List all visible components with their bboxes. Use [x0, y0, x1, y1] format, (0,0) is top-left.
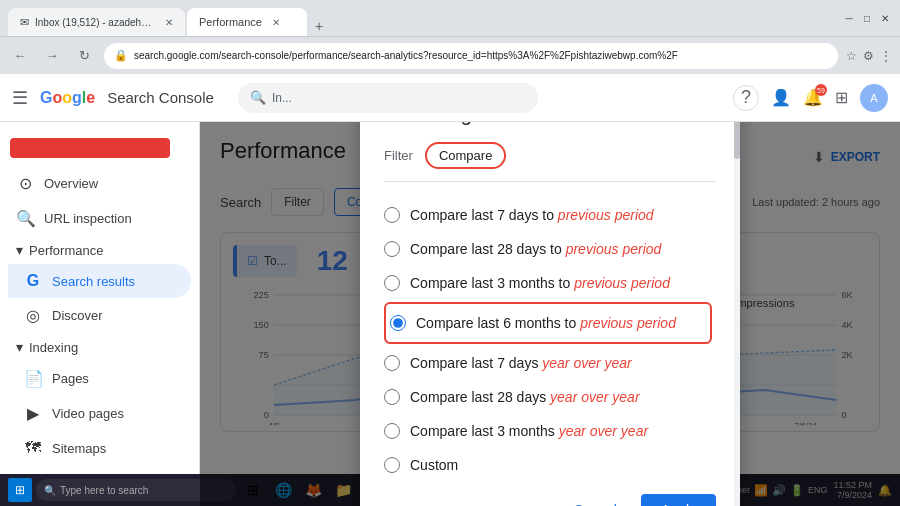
browser-tabs: ✉ Inbox (19,512) - azadeheses@... ✕ Perf… [8, 0, 329, 36]
sidebar-item-url-inspection-label: URL inspection [44, 211, 132, 226]
notification-badge: 59 [815, 84, 827, 96]
header-search[interactable]: 🔍 In... [238, 83, 538, 113]
compare-badge: Compare [425, 142, 506, 169]
lock-icon: 🔒 [114, 49, 128, 62]
back-button[interactable]: ← [8, 44, 32, 68]
google-logo: Google [40, 89, 95, 107]
hamburger-menu[interactable]: ☰ [12, 87, 28, 109]
modal-overlay: Date range Filter Compare Compare last 7… [200, 122, 900, 506]
tab-performance-label: Performance [199, 16, 262, 28]
sidebar-item-overview-label: Overview [44, 176, 98, 191]
scrollbar-track [734, 122, 740, 506]
browser-chrome: ✉ Inbox (19,512) - azadeheses@... ✕ Perf… [0, 0, 900, 36]
sidebar-section-performance[interactable]: ▾ Performance [0, 236, 199, 264]
app-container: ☰ Google Search Console 🔍 In... ? 👤 🔔 59… [0, 74, 900, 506]
start-button[interactable]: ⊞ [8, 478, 32, 502]
radio-6months-prev[interactable] [390, 315, 406, 331]
radio-custom[interactable] [384, 457, 400, 473]
scrollbar-thumb[interactable] [734, 122, 740, 159]
address-text: search.google.com/search-console/perform… [134, 50, 828, 61]
maximize-button[interactable]: □ [860, 11, 874, 25]
performance-section-icon: ▾ [16, 242, 23, 258]
option-7days-prev[interactable]: Compare last 7 days to previous period [384, 198, 712, 232]
sidebar-item-search-results[interactable]: G Search results [8, 264, 191, 298]
avatar[interactable]: A [860, 84, 888, 112]
option-7days-yoy-text: Compare last 7 days year over year [410, 355, 632, 371]
sidebar-item-pages-label: Pages [52, 371, 89, 386]
option-3months-prev-text: Compare last 3 months to previous period [410, 275, 670, 291]
new-tab-button[interactable]: + [309, 16, 329, 36]
close-button[interactable]: ✕ [878, 11, 892, 25]
sidebar-item-search-results-label: Search results [52, 274, 135, 289]
pages-icon: 📄 [24, 369, 42, 388]
help-icon[interactable]: ? [733, 85, 759, 111]
grid-icon[interactable]: ⊞ [835, 88, 848, 107]
people-icon[interactable]: 👤 [771, 88, 791, 107]
sidebar: ⊙ Overview 🔍 URL inspection ▾ Performanc… [0, 122, 200, 506]
sidebar-section-performance-label: Performance [29, 243, 103, 258]
video-pages-icon: ▶ [24, 404, 42, 423]
app-title: Search Console [107, 89, 214, 106]
address-bar[interactable]: 🔒 search.google.com/search-console/perfo… [104, 43, 838, 69]
sidebar-section-indexing[interactable]: ▾ Indexing [0, 333, 199, 361]
header-icons: ? 👤 🔔 59 ⊞ A [733, 84, 888, 112]
property-selector[interactable] [0, 130, 199, 166]
tab-gmail-label: Inbox (19,512) - azadeheses@... [35, 17, 155, 28]
date-range-dialog: Date range Filter Compare Compare last 7… [360, 122, 740, 506]
sitemaps-icon: 🗺 [24, 439, 42, 457]
option-28days-yoy-text: Compare last 28 days year over year [410, 389, 640, 405]
url-inspection-icon: 🔍 [16, 209, 34, 228]
tab-gmail-icon: ✉ [20, 16, 29, 29]
forward-button[interactable]: → [40, 44, 64, 68]
radio-3months-yoy[interactable] [384, 423, 400, 439]
radio-28days-yoy[interactable] [384, 389, 400, 405]
sidebar-item-pages[interactable]: 📄 Pages [8, 361, 191, 396]
option-3months-yoy[interactable]: Compare last 3 months year over year [384, 414, 712, 448]
search-results-icon: G [24, 272, 42, 290]
sidebar-item-discover-label: Discover [52, 308, 103, 323]
address-icons: ☆ ⚙ ⋮ [846, 49, 892, 63]
tab-gmail-close[interactable]: ✕ [165, 17, 173, 28]
dialog-footer: All dates recorded in PT. Cancel Apply [384, 494, 716, 507]
main-content: Performance ⬇ EXPORT Search Filter Compa… [200, 122, 900, 506]
dialog-title: Date range [384, 122, 716, 126]
sidebar-item-url-inspection[interactable]: 🔍 URL inspection [0, 201, 191, 236]
extensions-icon[interactable]: ⚙ [863, 49, 874, 63]
option-7days-yoy[interactable]: Compare last 7 days year over year [384, 346, 712, 380]
option-28days-yoy[interactable]: Compare last 28 days year over year [384, 380, 712, 414]
minimize-button[interactable]: ─ [842, 11, 856, 25]
search-icon: 🔍 [250, 90, 266, 105]
discover-icon: ◎ [24, 306, 42, 325]
option-6months-prev[interactable]: Compare last 6 months to previous period [390, 306, 706, 340]
selected-option-border: Compare last 6 months to previous period [384, 302, 712, 344]
notifications-icon[interactable]: 🔔 59 [803, 88, 823, 107]
sidebar-item-overview[interactable]: ⊙ Overview [0, 166, 191, 201]
radio-3months-prev[interactable] [384, 275, 400, 291]
radio-7days-prev[interactable] [384, 207, 400, 223]
option-custom[interactable]: Custom [384, 448, 712, 478]
sidebar-item-sitemaps[interactable]: 🗺 Sitemaps [8, 431, 191, 465]
address-bar-row: ← → ↻ 🔒 search.google.com/search-console… [0, 36, 900, 74]
apply-button[interactable]: Apply [641, 494, 716, 507]
indexing-section-icon: ▾ [16, 339, 23, 355]
taskbar-search-icon: 🔍 [44, 485, 56, 496]
sidebar-performance-children: G Search results ◎ Discover [0, 264, 199, 333]
tab-gmail[interactable]: ✉ Inbox (19,512) - azadeheses@... ✕ [8, 8, 185, 36]
reload-button[interactable]: ↻ [72, 44, 96, 68]
option-28days-prev[interactable]: Compare last 28 days to previous period [384, 232, 712, 266]
option-28days-prev-text: Compare last 28 days to previous period [410, 241, 661, 257]
tab-performance[interactable]: Performance ✕ [187, 8, 307, 36]
sidebar-section-indexing-label: Indexing [29, 340, 78, 355]
bookmark-icon[interactable]: ☆ [846, 49, 857, 63]
tab-performance-close[interactable]: ✕ [272, 17, 280, 28]
option-3months-prev[interactable]: Compare last 3 months to previous period [384, 266, 712, 300]
sidebar-item-discover[interactable]: ◎ Discover [8, 298, 191, 333]
radio-7days-yoy[interactable] [384, 355, 400, 371]
option-custom-text: Custom [410, 457, 458, 473]
sidebar-item-video-pages[interactable]: ▶ Video pages [8, 396, 191, 431]
cancel-button[interactable]: Cancel [561, 494, 629, 507]
more-icon[interactable]: ⋮ [880, 49, 892, 63]
radio-28days-prev[interactable] [384, 241, 400, 257]
redacted-property-bar [10, 138, 170, 158]
overview-icon: ⊙ [16, 174, 34, 193]
